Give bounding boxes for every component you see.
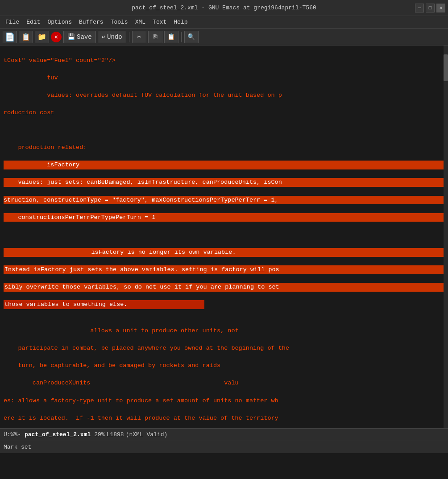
line-8: values: just sets: canBeDamaged, isInfra… (4, 178, 448, 187)
undo-label: Undo (107, 33, 122, 41)
line-9: struction, constructionType = "factory",… (4, 196, 448, 205)
menu-xml[interactable]: XML (132, 18, 149, 26)
line-21: es: allows a factory-type unit to produc… (4, 396, 448, 405)
status-mode: U:%%- (4, 431, 21, 438)
status-position: 29% (94, 431, 104, 438)
line-20: canProduceXUnits valu (4, 379, 448, 388)
line-19: turn, be capturable, and be damaged by r… (4, 361, 448, 370)
line-5 (4, 126, 448, 135)
copy2-button[interactable]: ⎘ (148, 31, 162, 43)
line-16 (4, 309, 448, 318)
line-10: constructionsPerTerrPerTypePerTurn = 1 (4, 213, 448, 222)
save-button[interactable]: 💾 Save (63, 31, 96, 43)
status-line: L1898 (107, 431, 124, 438)
line-11 (4, 231, 448, 240)
line-14: sibly overwrite those variables, so do n… (4, 283, 448, 292)
scrollbar-track[interactable] (444, 45, 448, 428)
line-3: values: overrides default TUV calculatio… (4, 91, 448, 100)
save-icon: 💾 (67, 33, 75, 41)
copy-button[interactable]: 📋 (19, 31, 33, 43)
title-text: pact_of_steel_2.xml - GNU Emacs at greg1… (132, 4, 316, 11)
close-file-button[interactable]: ✕ (51, 32, 62, 42)
close-button[interactable]: ✕ (436, 4, 445, 12)
save-label: Save (77, 33, 92, 41)
cut-button[interactable]: ✂ (132, 31, 146, 43)
menu-options[interactable]: Options (44, 18, 75, 26)
maximize-button[interactable]: □ (426, 4, 435, 12)
window-controls[interactable]: ─ □ ✕ (415, 4, 445, 12)
menu-tools[interactable]: Tools (107, 18, 132, 26)
menu-edit[interactable]: Edit (23, 18, 44, 26)
line-1: tCost" value="Fuel" count="2"/> (4, 56, 448, 65)
toolbar-separator2 (181, 32, 182, 42)
line-22: ere it is located. if -1 then it will pr… (4, 414, 448, 423)
toolbar-separator (129, 32, 129, 42)
menu-text[interactable]: Text (149, 18, 170, 26)
line-18: participate in combat, be placed anywher… (4, 344, 448, 353)
paste-button[interactable]: 📋 (164, 31, 178, 43)
editor: tCost" value="Fuel" count="2"/> tuv valu… (0, 45, 448, 428)
minibar: Mark set (0, 441, 448, 453)
scrollbar-thumb[interactable] (444, 54, 448, 81)
line-7: isFactory (4, 161, 448, 169)
menu-file[interactable]: File (2, 18, 23, 26)
line-12: isFactory is no longer its own variable. (4, 248, 448, 257)
minimize-button[interactable]: ─ (415, 4, 424, 12)
undo-button[interactable]: ↩ Undo (98, 31, 126, 43)
menu-help[interactable]: Help (170, 18, 191, 26)
new-file-button[interactable]: 📄 (3, 31, 17, 43)
toolbar: 📄 📋 📁 ✕ 💾 Save ↩ Undo ✂ ⎘ 📋 🔍 (0, 29, 448, 45)
status-mode-name: (nXML Valid) (126, 431, 168, 438)
minibar-text: Mark set (4, 444, 31, 450)
editor-content[interactable]: tCost" value="Fuel" count="2"/> tuv valu… (0, 45, 448, 428)
menubar: File Edit Options Buffers Tools XML Text… (0, 16, 448, 29)
undo-icon: ↩ (102, 33, 105, 41)
line-6: production related: (4, 143, 448, 152)
statusbar: U:%%- pact_of_steel_2.xml 29% L1898 (nXM… (0, 428, 448, 441)
titlebar: pact_of_steel_2.xml - GNU Emacs at greg1… (0, 0, 448, 16)
search-button[interactable]: 🔍 (184, 31, 199, 43)
line-13: Instead isFactory just sets the above va… (4, 265, 448, 274)
menu-buffers[interactable]: Buffers (75, 18, 107, 26)
status-filename: pact_of_steel_2.xml (25, 431, 91, 438)
line-2: tuv (4, 74, 448, 83)
line-15: those variables to something else. (4, 300, 204, 309)
line-4: roduction cost (4, 108, 448, 117)
open-folder-button[interactable]: 📁 (35, 31, 49, 43)
line-17: allows a unit to produce other units, no… (4, 326, 448, 335)
